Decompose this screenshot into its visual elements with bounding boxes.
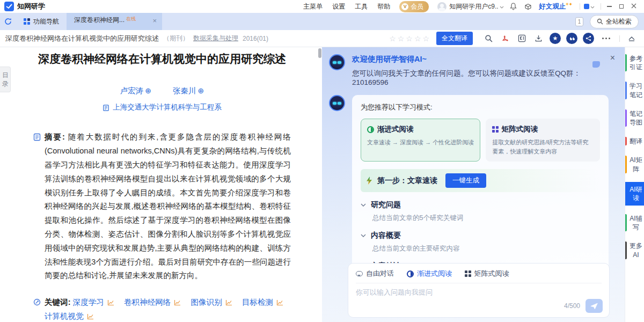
- char-counter: 4/500: [564, 302, 580, 310]
- section-header[interactable]: 研究问题: [361, 200, 600, 210]
- share-icon[interactable]: [583, 33, 594, 44]
- abstract-section: 摘要: 随着大数据时代的到来,含更多隐含层的深度卷积神经网络(Convoluti…: [33, 130, 291, 283]
- rail-color-bar: [625, 137, 627, 145]
- mode-title: 矩阵式阅读: [502, 125, 538, 134]
- progressive-mode-icon: [367, 126, 374, 133]
- mode-desc: 文章速读 → 深度阅读 → 个性化进阶阅读: [367, 138, 474, 147]
- keyword-link[interactable]: 卷积神经网络: [124, 298, 171, 306]
- section-desc: 总结当前文章的主要研究内容: [372, 244, 600, 253]
- ai-robot-avatar: [329, 95, 345, 111]
- page-indicator[interactable]: 1: [575, 17, 583, 26]
- rail-item-references[interactable]: 参考引证: [625, 53, 644, 73]
- rail-label: 笔记导图: [629, 109, 643, 127]
- tab-function-nav[interactable]: 功能导航: [16, 13, 67, 30]
- app-logo-icon: [4, 2, 14, 11]
- global-search-button[interactable]: 全站检索: [590, 15, 639, 28]
- keyword-trend-icon[interactable]: [276, 299, 283, 306]
- document-toolbar: 深度卷积神经网络在计算机视觉中的应用研究综述 （期刊） 数据采集与处理 2016…: [0, 30, 644, 47]
- theme-swatch[interactable]: [584, 4, 589, 9]
- full-text-translate-button[interactable]: 全文翻译: [436, 32, 473, 45]
- authors-row: 卢宏涛⊕ 张秦川⊕: [33, 86, 291, 96]
- section-header[interactable]: 内容概要: [361, 231, 600, 240]
- global-search-label: 全站检索: [606, 17, 632, 26]
- inbox-box-icon[interactable]: [524, 3, 532, 10]
- keywords-icon: [33, 298, 41, 306]
- pdf-icon[interactable]: [501, 34, 509, 42]
- mode-card-progressive[interactable]: 渐进式阅读 文章速读 → 深度阅读 → 个性化进阶阅读: [361, 119, 480, 162]
- notifications-bell-icon[interactable]: [510, 3, 517, 10]
- input-tab-progressive[interactable]: 渐进式阅读: [407, 269, 452, 279]
- keyword-link[interactable]: 深度学习: [73, 298, 104, 306]
- ai-input-card: 自由对话 渐进式阅读 矩阵式阅读 4/500: [348, 263, 610, 318]
- rail-label: 学习笔记: [629, 82, 643, 99]
- keyword-link[interactable]: 图像识别: [191, 298, 222, 306]
- user-avatar[interactable]: [437, 2, 447, 11]
- window-minimize-icon[interactable]: [607, 6, 612, 7]
- rail-item-ai-write[interactable]: AI辅写: [625, 213, 644, 233]
- online-status-badge: 在线: [126, 16, 136, 23]
- grid-nav-icon: [24, 18, 30, 25]
- input-tab-free-chat[interactable]: 自由对话: [356, 269, 394, 279]
- rail-item-translate[interactable]: 翻译: [625, 135, 644, 147]
- section-research-question: 研究问题 总结当前文章的5个研究关键词: [361, 200, 600, 223]
- window-maximize-icon[interactable]: [619, 4, 624, 9]
- ai-assistant-panel: × 欢迎使用研学智得AI~ 您可以询问我关于文章的任何问题。您可以将问题或建议反…: [322, 47, 625, 322]
- citation-chart-icon[interactable]: [518, 34, 526, 42]
- author-link[interactable]: 张秦川: [173, 86, 196, 95]
- refresh-icon[interactable]: [0, 18, 16, 25]
- download-icon[interactable]: [535, 34, 543, 42]
- lightning-icon: [366, 177, 372, 185]
- ai-panel-close-icon[interactable]: ×: [610, 54, 615, 62]
- user-menu-chevron-icon[interactable]: [500, 3, 504, 10]
- rail-item-more-ai[interactable]: 更多AI: [625, 240, 644, 260]
- author-add-icon[interactable]: ⊕: [198, 86, 204, 95]
- rail-item-study-notes[interactable]: 学习笔记: [625, 80, 644, 100]
- right-toolbar: 参考引证 学习笔记 笔记导图 翻译 AI矩阵 AI研读 AI辅写 更多AI: [625, 47, 644, 322]
- one-click-generate-button[interactable]: 一键生成: [445, 173, 486, 188]
- paper-panel: 目录 深度卷积神经网络在计算机视觉中的应用研究综述 卢宏涛⊕ 张秦川⊕ 上海交通…: [0, 47, 322, 322]
- theme-chevron-icon[interactable]: [590, 3, 595, 10]
- rail-item-ai-matrix[interactable]: AI矩阵: [625, 154, 644, 174]
- app-title: 知网研学: [17, 2, 45, 11]
- tab-close-icon[interactable]: ×: [152, 17, 157, 24]
- user-name[interactable]: 知网研学用户c9...: [449, 2, 499, 11]
- author-link[interactable]: 卢宏涛: [120, 86, 144, 95]
- quote-cite-icon[interactable]: [566, 33, 577, 44]
- keyword-trend-icon[interactable]: [87, 313, 94, 320]
- keyword-trend-icon[interactable]: [174, 299, 181, 306]
- window-close-icon[interactable]: [631, 3, 636, 10]
- section-content-summary: 内容概要 总结当前文章的主要研究内容: [361, 231, 600, 253]
- menu-help[interactable]: 帮助: [377, 2, 390, 11]
- keywords-section: 关键词: 深度学习 卷积神经网络 图像识别 目标检测 计算机视觉: [33, 296, 291, 322]
- keyword-link[interactable]: 目标检测: [242, 298, 273, 306]
- keyword-trend-icon[interactable]: [107, 299, 114, 306]
- toc-tab[interactable]: 目录: [0, 67, 11, 92]
- decor-feedback-icon: [592, 61, 600, 68]
- menu-main[interactable]: 主菜单: [303, 2, 323, 11]
- tab-document[interactable]: 深度卷积神经网... 在线 ×: [67, 13, 162, 30]
- rating-stars[interactable]: ☆☆☆☆☆: [389, 34, 431, 43]
- doc-scrollbar[interactable]: [318, 48, 321, 58]
- more-actions-icon[interactable]: [602, 38, 610, 39]
- collapse-toolbar-icon[interactable]: [628, 36, 635, 41]
- keyword-trend-icon[interactable]: [225, 299, 232, 306]
- ai-recommend-message: 为您推荐以下学习模式: 渐进式阅读 文章速读 → 深度阅读 → 个性化进阶阅读 …: [322, 86, 625, 292]
- send-button[interactable]: [586, 299, 603, 313]
- rail-item-ai-read[interactable]: AI研读: [625, 182, 644, 206]
- search-in-doc-icon[interactable]: [485, 34, 493, 42]
- promo-link[interactable]: 好文观止+✦: [539, 2, 573, 11]
- favorite-star-icon[interactable]: ★: [550, 33, 561, 44]
- journal-link[interactable]: 数据采集与处理: [193, 34, 238, 43]
- vip-badge[interactable]: V 会员: [399, 1, 429, 12]
- affiliation-link[interactable]: 上海交通大学计算机科学与工程系: [113, 103, 222, 112]
- author-add-icon[interactable]: ⊕: [145, 86, 151, 95]
- search-icon: [597, 18, 603, 25]
- chevron-down-icon: [361, 234, 366, 237]
- mode-card-matrix[interactable]: 矩阵式阅读 提取文献的研究思路/研究方法等研究要素，快速理解文章内容: [486, 119, 600, 162]
- input-tab-matrix[interactable]: 矩阵式阅读: [465, 269, 509, 279]
- input-tab-label: 矩阵式阅读: [474, 269, 509, 279]
- menu-settings[interactable]: 设置: [332, 2, 345, 11]
- rail-item-note-map[interactable]: 笔记导图: [625, 108, 644, 128]
- menu-tools[interactable]: 工具: [355, 2, 368, 11]
- keyword-link[interactable]: 计算机视觉: [45, 312, 84, 320]
